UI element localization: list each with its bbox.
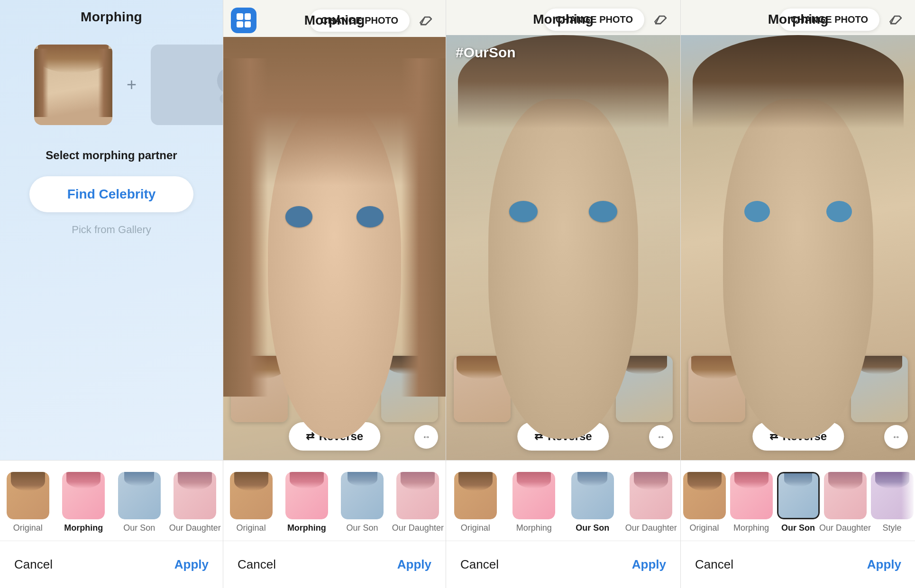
- placeholder-face-icon: [209, 66, 223, 104]
- partner-photo-placeholder[interactable]: [151, 45, 223, 125]
- eye-left-man-3b: [744, 201, 770, 222]
- panel-3a-photo-area: #OurSon: [446, 35, 680, 460]
- apply-button-p3b[interactable]: Apply: [867, 557, 901, 572]
- tab-label-original-p2: Original: [237, 523, 266, 533]
- tab-label-original-p1: Original: [13, 523, 43, 533]
- eraser-button-p3a[interactable]: [649, 8, 673, 31]
- panel-3a-topbar: Morphing CHANGE PHOTO: [446, 0, 680, 35]
- panel-3b-tabs: Original Morphing: [681, 460, 915, 541]
- panel-3: Morphing CHANGE PHOTO: [446, 0, 915, 588]
- panel-1: Morphing + Select morphing part: [0, 0, 223, 588]
- tab-ourson-p2[interactable]: Our Son: [335, 461, 390, 541]
- tab-original-p1[interactable]: Original: [0, 461, 56, 541]
- expand-button-p3b[interactable]: ↔: [884, 425, 908, 449]
- tab-label-morphing-p2: Morphing: [287, 523, 326, 533]
- tab-label-morphing-p3b: Morphing: [733, 523, 769, 533]
- tab-morphing-p1[interactable]: Morphing: [56, 461, 112, 541]
- tab-ourson-p3b[interactable]: Our Son: [775, 461, 822, 541]
- tab-original-p3a[interactable]: Original: [446, 461, 505, 541]
- tab-label-daughter-p2: Our Daughter: [392, 523, 444, 533]
- tab-morphing-p3b[interactable]: Morphing: [728, 461, 775, 541]
- find-celebrity-button[interactable]: Find Celebrity: [29, 176, 194, 212]
- panel-2-action-bar: Cancel Apply: [223, 541, 446, 588]
- grid-cell-2: [245, 13, 251, 20]
- expand-button-p3a[interactable]: ↔: [649, 425, 673, 449]
- tab-daughter-p2[interactable]: Our Daughter: [390, 461, 446, 541]
- eye-right-man-3b: [826, 201, 852, 222]
- tab-thumb-ourson-p3a: [571, 472, 614, 519]
- svg-point-0: [217, 68, 223, 93]
- panel-1-title: Morphing: [0, 0, 223, 30]
- tab-morphing-p2[interactable]: Morphing: [279, 461, 334, 541]
- eye-left-man: [509, 201, 537, 222]
- pick-gallery-button[interactable]: Pick from Gallery: [72, 224, 151, 236]
- source-photo[interactable]: [34, 45, 112, 125]
- panel-1-action-bar: Cancel Apply: [0, 541, 223, 588]
- panel-3b-action-bar: Cancel Apply: [681, 541, 915, 588]
- panel-3b-photo-area: ⇄ Reverse ↔: [681, 35, 915, 460]
- panel-3b: Morphing CHANGE PHOTO: [681, 0, 915, 588]
- eraser-icon-p3b: [888, 11, 904, 27]
- panel-3-inner: Morphing CHANGE PHOTO: [446, 0, 915, 588]
- tab-label-style-p3b: Style: [882, 523, 901, 533]
- panel-2: Morphing CHANGE PHOTO: [223, 0, 446, 588]
- tab-label-original-p3a: Original: [461, 523, 490, 533]
- eraser-icon: [418, 12, 434, 28]
- select-partner-label: Select morphing partner: [46, 149, 177, 162]
- morph-photos-row: +: [34, 45, 189, 125]
- grid-cell-3: [237, 21, 243, 28]
- panel-3b-topbar: Morphing CHANGE PHOTO: [681, 0, 915, 35]
- tab-daughter-p1[interactable]: Our Daughter: [167, 461, 223, 541]
- panel-2-main: Morphing CHANGE PHOTO: [223, 0, 446, 588]
- tab-label-ourson-p3b: Our Son: [781, 523, 815, 533]
- tab-thumb-daughter-p3a: [630, 472, 672, 519]
- cancel-button-p1[interactable]: Cancel: [14, 557, 53, 572]
- tab-daughter-p3a[interactable]: Our Daughter: [622, 461, 681, 541]
- tab-original-p3b[interactable]: Original: [681, 461, 728, 541]
- panel-2-topbar: Morphing CHANGE PHOTO: [223, 0, 446, 37]
- tab-thumb-daughter-p3b: [824, 472, 867, 519]
- hair-sides-left-woman: [223, 58, 268, 397]
- cancel-button-p3b[interactable]: Cancel: [695, 557, 733, 572]
- apply-button-p3a[interactable]: Apply: [632, 557, 666, 572]
- eraser-button-p2[interactable]: [414, 9, 438, 32]
- panel-1-content: + Select morphing partner Find Celebrity…: [0, 30, 223, 460]
- tab-thumb-daughter-p1: [174, 472, 216, 519]
- tab-morphing-p3a[interactable]: Morphing: [505, 461, 564, 541]
- tab-thumb-morphing-p3b: [730, 472, 773, 519]
- tab-thumb-style-p3b: [871, 472, 914, 519]
- tab-label-ourson-p2: Our Son: [347, 523, 378, 533]
- expand-button-p2[interactable]: ↔: [414, 425, 438, 449]
- tab-label-daughter-p3b: Our Daughter: [819, 523, 871, 533]
- apply-button-p2[interactable]: Apply: [397, 557, 431, 572]
- eye-right-man: [589, 201, 617, 222]
- tab-ourson-p1[interactable]: Our Son: [111, 461, 167, 541]
- cancel-button-p3a[interactable]: Cancel: [460, 557, 499, 572]
- tab-label-morphing-p1: Morphing: [64, 523, 103, 533]
- tab-original-p2[interactable]: Original: [223, 461, 279, 541]
- tab-thumb-morphing-p2: [285, 472, 328, 519]
- eraser-button-p3b[interactable]: [884, 8, 908, 31]
- plus-sign: +: [127, 75, 137, 95]
- tab-style-p3b[interactable]: Style: [869, 461, 915, 541]
- tab-label-ourson-p3a: Our Son: [576, 523, 609, 533]
- svg-point-1: [220, 93, 223, 104]
- apply-button-p1[interactable]: Apply: [174, 557, 209, 572]
- tab-thumb-original-p2: [230, 472, 273, 519]
- tab-thumb-original-p1: [7, 472, 49, 519]
- grid-view-button[interactable]: [231, 8, 256, 33]
- tab-thumb-morphing-p1: [62, 472, 105, 519]
- cancel-button-p2[interactable]: Cancel: [238, 557, 276, 572]
- eye-left-woman: [285, 206, 312, 227]
- eraser-icon-p3a: [653, 11, 669, 27]
- grid-cell-4: [245, 21, 251, 28]
- tab-thumb-daughter-p2: [396, 472, 439, 519]
- tab-daughter-p3b[interactable]: Our Daughter: [822, 461, 869, 541]
- panel-3b-title: Morphing: [768, 12, 829, 27]
- tab-thumb-ourson-p3b: [777, 472, 820, 519]
- hashtag-overlay: #OurSon: [456, 45, 516, 61]
- panel-2-tabs: Original Morphing Our Son: [223, 460, 446, 541]
- tab-ourson-p3a[interactable]: Our Son: [563, 461, 622, 541]
- tab-thumb-morphing-p3a: [512, 472, 555, 519]
- panel-1-tabs: Original Morphing Our Son: [0, 460, 223, 541]
